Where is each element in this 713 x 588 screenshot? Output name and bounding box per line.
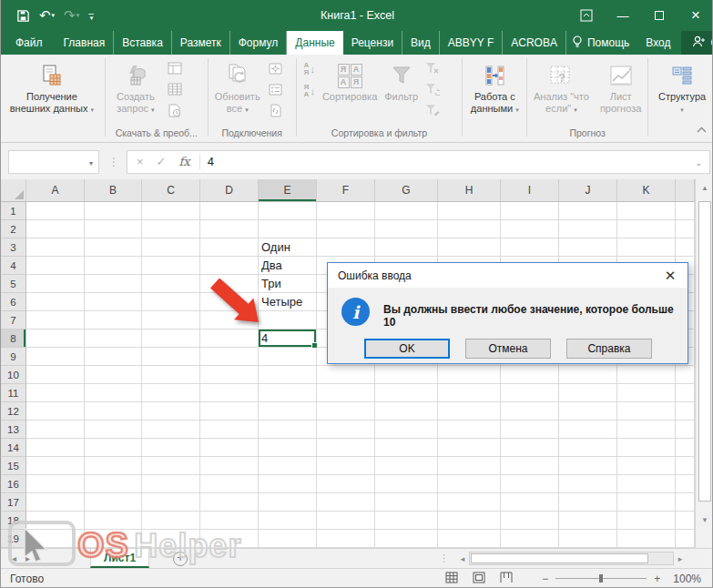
cell-J15[interactable] xyxy=(559,457,617,475)
cell-D16[interactable] xyxy=(200,475,259,493)
row-header-8[interactable]: 8 xyxy=(1,329,26,348)
cell-D2[interactable] xyxy=(200,220,259,238)
cell-C12[interactable] xyxy=(142,402,200,421)
cell-C14[interactable] xyxy=(142,439,200,457)
cell-A15[interactable] xyxy=(26,457,85,475)
maximize-button[interactable] xyxy=(641,0,677,31)
cell-I12[interactable] xyxy=(501,402,559,421)
cell-I19[interactable] xyxy=(501,530,559,548)
cell-E2[interactable] xyxy=(259,220,317,238)
cell-E12[interactable] xyxy=(259,402,317,421)
row-header-5[interactable]: 5 xyxy=(1,275,26,293)
cell-B2[interactable] xyxy=(85,220,142,238)
cell-K16[interactable] xyxy=(617,475,676,493)
page-layout-view-icon[interactable] xyxy=(473,572,485,586)
tab-файл[interactable]: Файл xyxy=(1,31,56,55)
horizontal-scrollbar-thumb[interactable] xyxy=(471,553,648,563)
cell-B1[interactable] xyxy=(85,202,142,220)
cell-H11[interactable] xyxy=(438,384,501,402)
cell-D14[interactable] xyxy=(200,439,259,457)
cell-G10[interactable] xyxy=(375,366,438,384)
cell-D13[interactable] xyxy=(200,421,259,439)
cell-G15[interactable] xyxy=(375,457,438,475)
row-header-2[interactable]: 2 xyxy=(1,220,26,238)
cell-C19[interactable] xyxy=(142,530,200,548)
cell-A6[interactable] xyxy=(26,293,85,311)
insert-function-icon[interactable]: fx xyxy=(179,155,190,168)
cell-G13[interactable] xyxy=(375,421,438,439)
cell-B12[interactable] xyxy=(85,402,142,421)
zoom-out-icon[interactable]: − xyxy=(542,573,548,585)
row-header-16[interactable]: 16 xyxy=(1,475,26,493)
cell-F12[interactable] xyxy=(317,402,375,421)
cell-K11[interactable] xyxy=(617,384,676,402)
formula-input[interactable]: 4 xyxy=(208,155,214,168)
confirm-entry-icon[interactable]: ✓ xyxy=(157,155,167,168)
cell-C17[interactable] xyxy=(142,493,200,512)
cell-F19[interactable] xyxy=(317,530,375,548)
row-header-3[interactable]: 3 xyxy=(1,238,26,257)
cell-E14[interactable] xyxy=(259,439,317,457)
cell-A4[interactable] xyxy=(26,257,85,275)
expand-formula-bar-icon[interactable]: ⌄ xyxy=(695,158,702,167)
ribbon-display-options-icon[interactable] xyxy=(568,0,605,31)
column-header-d[interactable]: D xyxy=(200,179,259,202)
cell-partial-14[interactable] xyxy=(676,439,695,457)
row-header-7[interactable]: 7 xyxy=(1,311,26,329)
cell-E18[interactable] xyxy=(259,512,317,530)
cell-D15[interactable] xyxy=(200,457,259,475)
cell-H12[interactable] xyxy=(438,402,501,421)
cell-B7[interactable] xyxy=(85,311,142,329)
row-header-12[interactable]: 12 xyxy=(1,402,26,421)
cell-partial-1[interactable] xyxy=(676,202,695,220)
cell-C6[interactable] xyxy=(142,293,200,311)
cell-I10[interactable] xyxy=(501,366,559,384)
cell-F1[interactable] xyxy=(317,202,375,220)
formula-bar-drag-handle[interactable]: ⋮ xyxy=(99,156,127,168)
cell-D17[interactable] xyxy=(200,493,259,512)
cell-D3[interactable] xyxy=(200,238,259,257)
column-header-j[interactable]: J xyxy=(559,179,617,202)
cell-G19[interactable] xyxy=(375,530,438,548)
column-header-c[interactable]: C xyxy=(142,179,200,202)
column-header-h[interactable]: H xyxy=(438,179,501,202)
cell-F17[interactable] xyxy=(317,493,375,512)
vertical-scrollbar[interactable]: ▴ ▾ xyxy=(695,179,713,548)
cell-K14[interactable] xyxy=(617,439,676,457)
name-box[interactable]: ▾ xyxy=(8,150,99,174)
cell-J12[interactable] xyxy=(559,402,617,421)
cell-G3[interactable] xyxy=(375,238,438,257)
cell-B5[interactable] xyxy=(85,275,142,293)
tab-acroba[interactable]: ACROBA xyxy=(503,31,566,55)
cell-A7[interactable] xyxy=(26,311,85,329)
dialog-button-справка[interactable]: Справка xyxy=(566,339,652,359)
cell-C11[interactable] xyxy=(142,384,200,402)
cell-J14[interactable] xyxy=(559,439,617,457)
cell-B18[interactable] xyxy=(85,512,142,530)
cell-H17[interactable] xyxy=(438,493,501,512)
cell-H15[interactable] xyxy=(438,457,501,475)
cell-partial-13[interactable] xyxy=(676,421,695,439)
cell-J16[interactable] xyxy=(559,475,617,493)
cell-partial-18[interactable] xyxy=(676,512,695,530)
row-header-9[interactable]: 9 xyxy=(1,348,26,366)
cell-B15[interactable] xyxy=(85,457,142,475)
cell-J2[interactable] xyxy=(559,220,617,238)
cell-H3[interactable] xyxy=(438,238,501,257)
cell-K2[interactable] xyxy=(617,220,676,238)
cell-E17[interactable] xyxy=(259,493,317,512)
cell-H19[interactable] xyxy=(438,530,501,548)
cell-J11[interactable] xyxy=(559,384,617,402)
cell-A8[interactable] xyxy=(26,329,85,348)
name-box-dropdown-icon[interactable]: ▾ xyxy=(89,159,93,167)
cell-K1[interactable] xyxy=(617,202,676,220)
cell-B9[interactable] xyxy=(85,348,142,366)
cell-E16[interactable] xyxy=(259,475,317,493)
cell-F11[interactable] xyxy=(317,384,375,402)
normal-view-icon[interactable] xyxy=(445,572,458,586)
cell-F10[interactable] xyxy=(317,366,375,384)
cell-B6[interactable] xyxy=(85,293,142,311)
tab-рецензи[interactable]: Рецензи xyxy=(343,31,402,55)
cell-B8[interactable] xyxy=(85,329,142,348)
column-header-f[interactable]: F xyxy=(317,179,375,202)
